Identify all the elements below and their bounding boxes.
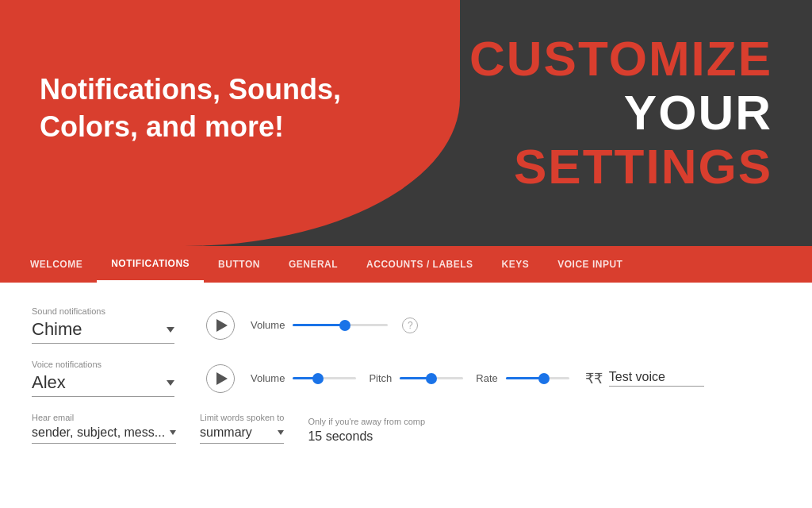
voice-rate-label: Rate (476, 372, 497, 384)
sound-notifications-label: Sound notifications (32, 306, 190, 316)
test-voice-group: ₹₹ (585, 370, 704, 387)
voice-volume-group: Volume (251, 372, 356, 384)
nav-tabs: WELCOME NOTIFICATIONS BUTTON GENERAL ACC… (0, 246, 812, 283)
voice-notifications-value: Alex (32, 372, 160, 393)
hear-email-label: Hear email (32, 413, 176, 422)
hero-section: Notifications, Sounds, Colors, and more!… (0, 0, 812, 246)
sound-notifications-value: Chime (32, 319, 160, 340)
voice-volume-thumb[interactable] (312, 373, 324, 384)
hear-email-field: Hear email sender, subject, mess... (32, 413, 176, 444)
tab-button[interactable]: BUTTON (204, 246, 274, 283)
hero-title: CUSTOMIZE YOUR SETTINGS (469, 32, 772, 194)
voice-volume-label: Volume (251, 372, 285, 384)
sound-volume-slider[interactable] (293, 324, 388, 326)
sound-volume-thumb[interactable] (339, 320, 350, 331)
play-icon (216, 319, 228, 332)
away-field: Only if you're away from comp 15 seconds (308, 417, 425, 444)
tab-general[interactable]: GENERAL (274, 246, 352, 283)
voice-rate-slider[interactable] (506, 377, 569, 379)
chevron-down-icon[interactable] (167, 327, 174, 333)
voice-rate-group: Rate (476, 372, 569, 384)
away-value: 15 seconds (308, 429, 425, 444)
sound-volume-group: Volume ? (251, 318, 418, 333)
voice-notifications-select-group: Voice notifications Alex (32, 360, 190, 397)
voice-play-button[interactable] (206, 364, 235, 393)
voice-notifications-select[interactable]: Alex (32, 372, 174, 397)
tab-welcome[interactable]: WELCOME (16, 246, 97, 283)
limit-words-select[interactable]: summary (200, 425, 284, 444)
volume-help-icon[interactable]: ? (402, 318, 418, 333)
content-area: Sound notifications Chime Volume ? Voice… (0, 283, 812, 508)
bottom-row: Hear email sender, subject, mess... Limi… (32, 413, 780, 444)
tagline-line2: Colors, and more! (40, 110, 284, 143)
hero-tagline: Notifications, Sounds, Colors, and more! (40, 71, 341, 146)
limit-words-label: Limit words spoken to (200, 413, 284, 422)
tab-accounts-labels[interactable]: ACCOUNTS / LABELS (352, 246, 488, 283)
hear-email-value: sender, subject, mess... (32, 425, 165, 440)
hear-email-chevron-icon[interactable] (170, 430, 176, 435)
currency-icon: ₹₹ (585, 370, 603, 387)
voice-volume-slider[interactable] (293, 377, 356, 379)
tab-notifications[interactable]: NOTIFICATIONS (97, 246, 204, 283)
sound-volume-label: Volume (251, 319, 285, 331)
tab-voice-input[interactable]: VOICE INPUT (543, 246, 637, 283)
voice-notifications-row: Voice notifications Alex Volume Pitch (32, 360, 780, 397)
hero-your: YOUR (469, 86, 772, 140)
sound-notifications-select[interactable]: Chime (32, 319, 174, 344)
voice-rate-thumb[interactable] (538, 373, 550, 384)
voice-play-icon (216, 372, 228, 385)
voice-pitch-label: Pitch (369, 372, 392, 384)
sound-notifications-row: Sound notifications Chime Volume ? (32, 306, 780, 344)
voice-pitch-slider[interactable] (400, 377, 463, 379)
sound-volume-fill (293, 324, 345, 326)
hero-settings: SETTINGS (469, 140, 772, 194)
voice-pitch-group: Pitch (369, 372, 463, 384)
voice-pitch-thumb[interactable] (426, 373, 437, 384)
sound-play-button[interactable] (206, 311, 235, 340)
tab-keys[interactable]: KEYS (488, 246, 544, 283)
voice-chevron-down-icon[interactable] (167, 380, 174, 386)
voice-notifications-label: Voice notifications (32, 360, 190, 369)
hero-customize: CUSTOMIZE (469, 32, 772, 86)
limit-words-field: Limit words spoken to summary (200, 413, 284, 444)
limit-words-value: summary (200, 425, 273, 440)
tagline-line1: Notifications, Sounds, (40, 73, 341, 106)
limit-words-chevron-icon[interactable] (278, 430, 284, 435)
hear-email-select[interactable]: sender, subject, mess... (32, 425, 176, 444)
sound-notifications-select-group: Sound notifications Chime (32, 306, 190, 344)
away-label: Only if you're away from comp (308, 417, 425, 426)
test-voice-input[interactable] (609, 370, 704, 387)
